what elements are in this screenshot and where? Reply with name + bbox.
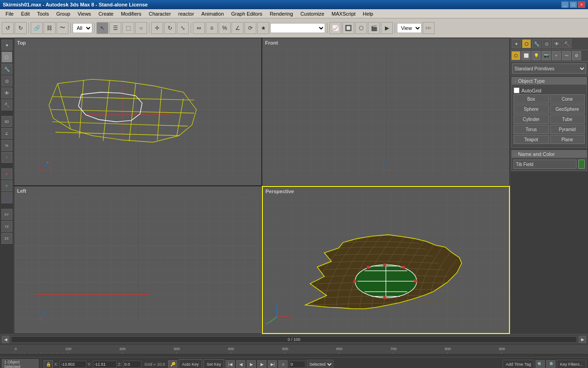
tube-button[interactable]: Tube [550,115,585,124]
primitives-dropdown[interactable]: Standard Primitives [512,63,586,74]
teapot-button[interactable]: Teapot [514,135,549,144]
maximize-button[interactable]: □ [570,1,577,8]
menu-customize[interactable]: Customize [297,10,328,17]
autogrid-checkbox[interactable] [514,87,520,93]
render-config-button[interactable]: ▷▷ [423,22,435,34]
y-coordinate[interactable] [93,361,117,368]
material-editor-button[interactable]: ⬡ [355,22,367,34]
bind-space-warp-button[interactable]: 〜 [57,22,68,34]
frame-number-input[interactable] [289,361,305,368]
torus-button[interactable]: Torus [514,125,549,134]
schematic-button[interactable]: 🔲 [342,22,354,34]
viewport-top[interactable]: Y Z X + Top [14,38,262,186]
snap-toggle[interactable]: 3D [1,116,12,127]
plane-button[interactable]: Plane [550,135,585,144]
spinner-button[interactable]: ⟳ [244,22,256,34]
rp-icon-create[interactable]: ✦ [512,39,521,48]
x-coordinate[interactable] [60,361,86,368]
key-mode-toggle[interactable]: ⌾ [278,360,288,368]
zoom-in-button[interactable]: 🔍 [536,360,545,368]
motion-tool[interactable]: ⊙ [1,75,12,86]
add-time-tag-button[interactable]: Add Time Tag [503,360,534,368]
play-button[interactable]: ▶ [247,360,256,368]
key-icon[interactable]: 🔑 [168,360,177,368]
rp-tab-helpers[interactable]: + [552,51,561,60]
rotate-button[interactable]: ↻ [164,22,176,34]
rp-tab-systems[interactable]: ⚙ [572,51,581,60]
box-button[interactable]: Box [514,94,549,104]
modify-tool[interactable]: ⬡ [1,52,12,63]
lock-selection-button[interactable]: 🔒 [44,360,53,368]
menu-character[interactable]: Character [145,10,175,17]
menu-group[interactable]: Group [52,10,74,17]
redo-button[interactable]: ↻ [15,22,27,34]
move-button[interactable]: ✛ [151,22,163,34]
menu-views[interactable]: Views [74,10,95,17]
menu-animation[interactable]: Animation [198,10,227,17]
timeline-progress[interactable]: 0 / 100 [11,336,577,343]
percent-snap-button[interactable]: % [219,22,231,34]
hierarchy-tool[interactable]: 🔧 [1,63,12,75]
auto-key-button[interactable]: Auto Key [179,359,202,368]
track-view-button[interactable]: 📈 [329,22,341,34]
named-sel-button[interactable]: ★ [257,22,269,34]
restrict-z[interactable]: Z [1,192,12,203]
object-name-input[interactable] [514,160,577,169]
menu-modifiers[interactable]: Modifiers [117,10,145,17]
key-filters-button[interactable]: Key Filters... [557,360,586,368]
rp-tab-geometry[interactable]: ⬡ [511,51,520,60]
yview-btn[interactable]: YZ [1,221,12,232]
set-key-button[interactable]: Set Key [204,359,225,368]
rp-icon-utilities[interactable]: 🔨 [562,39,571,48]
viewport-left[interactable]: × × Z Y Left [14,186,262,334]
rp-tab-lights[interactable]: 💡 [531,51,541,60]
zview-btn[interactable]: ZX [1,233,12,244]
object-type-header[interactable]: - Object Type [512,77,587,85]
rp-tab-cameras[interactable]: 📷 [542,51,551,60]
rp-tab-spacewarps[interactable]: 〜 [562,51,571,60]
rp-icon-hierarchy[interactable]: 🔧 [532,39,541,48]
viewport-perspective[interactable]: X Z Y Perspective [262,186,510,334]
go-start-button[interactable]: |◀ [226,360,235,368]
timeline-scroll-left[interactable]: ◀ [2,336,9,343]
viewport-front[interactable]: × × Z X Front [262,38,510,186]
menu-reactor[interactable]: reactor [175,10,198,17]
name-color-header[interactable]: - Name and Color [512,150,587,158]
cone-button[interactable]: Cone [550,94,585,104]
rp-icon-modify[interactable]: ⬡ [522,39,531,48]
select-button[interactable]: ↖ [96,22,108,34]
render-scene-button[interactable]: 🎬 [368,22,380,34]
align-button[interactable]: ≡ [206,22,218,34]
selected-dropdown[interactable]: Selected [307,360,334,368]
menu-tools[interactable]: Tools [34,10,53,17]
menu-file[interactable]: File [2,10,17,17]
zoom-out-button[interactable]: 🔎 [546,360,555,368]
select-link-button[interactable]: 🔗 [31,22,43,34]
filter-dropdown[interactable]: All [73,23,92,33]
display-tool[interactable]: 👁 [1,87,12,98]
timeline-ruler[interactable]: 0 100 200 300 400 500 600 700 800 900 [0,345,588,354]
rp-icon-motion[interactable]: ⊙ [542,39,551,48]
menu-rendering[interactable]: Rendering [266,10,297,17]
go-end-button[interactable]: ▶| [268,360,277,368]
restrict-x[interactable]: X [1,168,12,179]
close-button[interactable]: × [578,1,585,8]
sphere-button[interactable]: Sphere [514,104,549,114]
object-color-swatch[interactable] [578,160,585,169]
select-by-name-button[interactable]: ☰ [109,22,121,34]
next-frame-button[interactable]: ▶ [257,360,266,368]
rp-tab-shapes[interactable]: ⬜ [521,51,531,60]
minimize-button[interactable]: _ [561,1,569,8]
geosphere-button[interactable]: GeoSphere [550,104,585,114]
menu-maxscript[interactable]: MAXScript [328,10,359,17]
utilities-tool[interactable]: 🔨 [1,99,12,110]
angle-snap-toggle[interactable]: ∠ [1,128,12,139]
cylinder-button[interactable]: Cylinder [514,115,549,124]
mirror-button[interactable]: ⇔ [193,22,205,34]
quick-render-button[interactable]: ▶ [381,22,393,34]
select-region-button[interactable]: ⬚ [122,22,134,34]
menu-create[interactable]: Create [95,10,117,17]
menu-graph-editors[interactable]: Graph Editors [227,10,266,17]
z-coordinate[interactable] [123,361,141,368]
spinner-snap-toggle[interactable]: ↑ [1,152,12,163]
